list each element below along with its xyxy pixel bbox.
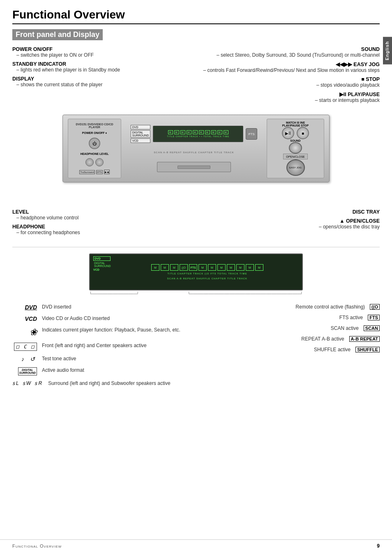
d-icon-5: FTS bbox=[189, 264, 197, 271]
sound-knob[interactable] bbox=[289, 142, 302, 154]
legend-digital-surround: DIGITALSURROUND Active audio format bbox=[12, 367, 192, 375]
sound-desc: – select Stereo, Dolby Surround, 3D Soun… bbox=[196, 52, 380, 58]
footer-bar: Functional Overview 9 bbox=[0, 539, 392, 549]
open-close-button[interactable]: OPEN/CLOSE bbox=[283, 154, 308, 159]
display-content: M M M M M M M M M M bbox=[167, 130, 229, 138]
vcd-legend-icon: VCD bbox=[12, 315, 37, 322]
annotations-right: SOUND – select Stereo, Dolby Surround, 3… bbox=[196, 46, 380, 106]
repeat-badge: A-B REPEAT bbox=[349, 336, 380, 342]
speakers-icon-symbol: □ C □ bbox=[14, 343, 37, 351]
digital-surround-text: DIGITALSURROUND bbox=[18, 367, 37, 375]
legend-subwoofer: ꜱL ꜱW ꜱR Surround (left and right) and S… bbox=[12, 380, 192, 386]
dvd-legend-desc: DVD inserted bbox=[42, 304, 192, 310]
standby-indicator-desc: – lights red when the player is in Stand… bbox=[12, 67, 166, 73]
ann-level: LEVEL – headphone volume control bbox=[12, 209, 166, 221]
brand-text: DVD151 DVD/VIDEO CD/CD PLAYER bbox=[76, 123, 113, 129]
easy-jog-control[interactable]: EASY JOG bbox=[286, 159, 305, 176]
footer-page: 9 bbox=[377, 543, 380, 549]
disc-icons: DVD DIGITALSURROUND VCD bbox=[131, 125, 150, 143]
power-button[interactable]: ⏻ bbox=[89, 138, 100, 149]
dvd-legend-icon: DVD bbox=[12, 304, 37, 311]
annotations-bottom-right: DISC TRAY ▲ OPEN/CLOSE – opens/closes th… bbox=[196, 209, 380, 233]
play-pause-button[interactable]: ▶II bbox=[282, 127, 294, 139]
test-tone-icon: ♪ ↺ bbox=[12, 356, 37, 362]
legend-scan: SCAN active SCAN bbox=[200, 325, 380, 331]
ann-easy-jog: ◀◀▶▶ EASY JOG – controls Fast Forward/Re… bbox=[196, 61, 380, 73]
d-icon-7: M bbox=[208, 264, 216, 271]
player-func-icon: ❀ bbox=[12, 327, 37, 338]
bottom-annotations: LEVEL – headphone volume control HEADPHO… bbox=[12, 209, 380, 239]
page-title: Functional Overview bbox=[12, 8, 380, 24]
headphone-desc: – for connecting headphones bbox=[12, 230, 166, 235]
digital-surr-icon: DIGITALSURROUND bbox=[131, 130, 150, 138]
player-func-icon-symbol: ❀ bbox=[30, 327, 37, 338]
legend-remote: Remote control active (flashing) ((O bbox=[200, 304, 380, 310]
display-main-content: M M M ((O FTS M M M M M M M bbox=[151, 264, 263, 280]
display-screen: M M M M M M M M M M bbox=[153, 126, 243, 142]
tab-label: English bbox=[385, 41, 390, 60]
disp-icon-3: M bbox=[180, 130, 185, 134]
scan-desc: SCAN active bbox=[331, 325, 359, 331]
playback-buttons: ▶II ■ bbox=[282, 127, 309, 139]
dvd-icon: DVD bbox=[131, 125, 150, 129]
tray-slot bbox=[178, 166, 210, 169]
speakers-icon: □ C □ bbox=[12, 343, 37, 351]
fts-badge: FTS bbox=[368, 315, 380, 320]
dolby-icon: DTS bbox=[96, 170, 103, 174]
sound-device-label: SOUND bbox=[290, 139, 300, 142]
easy-jog-label: ◀◀▶▶ EASY JOG bbox=[196, 61, 380, 67]
level-label: LEVEL bbox=[12, 209, 166, 215]
power-on-off-device-label: POWER ON/OFF ♦ bbox=[82, 131, 107, 134]
device-brand: DVD151 DVD/VIDEO CD/CD PLAYER bbox=[70, 123, 119, 129]
d-icon-9: M bbox=[227, 264, 235, 271]
disp-icon-7: M bbox=[205, 130, 210, 134]
right-connector-label: └───────────────────────────────────────… bbox=[187, 292, 303, 296]
disp-icon-8: M bbox=[211, 130, 216, 134]
standby-indicator-label: STANDBY INDICATOR bbox=[12, 61, 166, 67]
power-on-off-desc: – switches the player to ON or OFF bbox=[12, 52, 166, 58]
legend-right: Remote control active (flashing) ((O FTS… bbox=[200, 304, 380, 391]
test-tone-desc: Test tone active bbox=[42, 356, 192, 362]
display-section: DVD DIGITALSURROUND VCD M M M ((O FTS M … bbox=[12, 247, 380, 391]
legend-speakers: □ C □ Front (left and right) and Center … bbox=[12, 343, 192, 351]
vcd-icon-text: VCD bbox=[25, 315, 37, 322]
scan-label-device: SCAN A-B REPEAT SHUFFLE CHAPTER TITLE TR… bbox=[154, 151, 234, 154]
legend-repeat: REPEAT A-B active A-B REPEAT bbox=[200, 336, 380, 342]
section-title: Front panel and Display bbox=[12, 29, 103, 40]
ann-stop: ■ STOP – stops video/audio playback bbox=[196, 76, 380, 88]
subwoofer-icon-text: ꜱL ꜱW ꜱR bbox=[12, 380, 43, 386]
disp-icon-1: M bbox=[168, 130, 173, 134]
d-icon-1: M bbox=[151, 264, 159, 271]
power-on-off-label: POWER ON/OFF bbox=[12, 46, 166, 52]
display-label: DISPLAY bbox=[12, 76, 166, 82]
d-icon-12: M bbox=[255, 264, 263, 271]
d-icon-3: M bbox=[170, 264, 178, 271]
trusurround-icon: TruSurround bbox=[79, 170, 95, 174]
device-right-panel: MATCH III INE PLAY/PAUSE STOP ▶II ■ SOUN… bbox=[267, 119, 324, 178]
ann-disc-tray: DISC TRAY bbox=[196, 209, 380, 215]
display-connector-labels: └─────────────────┘ └───────────────────… bbox=[89, 292, 303, 296]
legend-left: DVD DVD inserted VCD Video CD or Audio C… bbox=[12, 304, 192, 391]
headphone-knob-right[interactable] bbox=[95, 158, 104, 166]
disc-tray-device bbox=[157, 162, 231, 172]
stop-button[interactable]: ■ bbox=[297, 127, 309, 139]
fts-button[interactable]: FTS bbox=[246, 128, 257, 140]
display-bottom-labels: SCAN A-B REPEAT SHUFFLE CHAPTER TITLE TR… bbox=[167, 277, 247, 280]
fts-desc: FTS active bbox=[339, 315, 363, 320]
headphone-controls bbox=[85, 158, 104, 166]
player-func-desc: Indicates current player function: Playb… bbox=[42, 327, 192, 333]
display-icons-row: M M M M M M M M M M bbox=[168, 130, 228, 134]
repeat-desc: REPEAT A-B active bbox=[301, 336, 344, 342]
display-desc: – shows the current status of the player bbox=[12, 82, 166, 88]
d-icon-4: ((O bbox=[180, 264, 188, 271]
device-body: DVD151 DVD/VIDEO CD/CD PLAYER POWER ON/O… bbox=[62, 115, 330, 182]
headphone-knob-left[interactable] bbox=[85, 158, 94, 166]
legend-area: DVD DVD inserted VCD Video CD or Audio C… bbox=[12, 304, 380, 391]
dvd-small-icon: DVD bbox=[93, 256, 111, 261]
d-icon-6: M bbox=[198, 264, 207, 271]
dvd-icon-text: DVD bbox=[25, 304, 37, 311]
stop-label: ■ STOP bbox=[196, 76, 380, 82]
display-left-icons: DVD DIGITALSURROUND VCD bbox=[93, 256, 111, 271]
easy-jog-text: EASY JOG bbox=[289, 166, 302, 169]
tray-inner bbox=[157, 162, 231, 172]
